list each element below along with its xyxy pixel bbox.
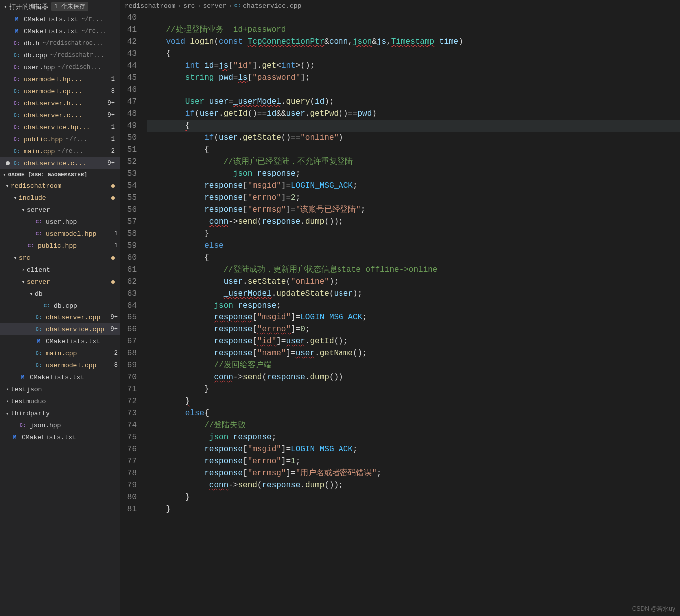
tree-item[interactable]: MCMakelists.txt — [0, 335, 120, 347]
breadcrumb-item[interactable]: server — [203, 2, 226, 10]
open-editor-item[interactable]: MCMakeLists.txt~/r... — [0, 13, 120, 25]
line-number: 40 — [120, 12, 137, 24]
code-line[interactable]: response["msgid"]=LOGIN_MSG_ACK; — [147, 443, 680, 455]
code-line[interactable]: //该用户已经登陆，不允许重复登陆 — [147, 156, 680, 168]
workspace-header[interactable]: ▾ GAOGE [SSH: GAOGEMASTER] — [0, 169, 120, 180]
open-editor-item[interactable]: C:chatservice.c...9+ — [0, 157, 120, 169]
code-line[interactable]: response["errno"]=2; — [147, 192, 680, 204]
code-line[interactable]: } — [147, 228, 680, 240]
tree-item[interactable]: ▾thirdparty — [0, 407, 120, 419]
open-editors-header[interactable]: ▾ 打开的编辑器 1 个未保存 — [0, 0, 120, 13]
tree-label: usermodel.hpp — [46, 230, 96, 238]
code-line[interactable]: else{ — [147, 407, 680, 419]
code-line[interactable]: User user=_userModel.query(id); — [147, 96, 680, 108]
open-editor-item[interactable]: C:main.cpp~/re...2 — [0, 145, 120, 157]
open-editor-item[interactable]: C:db.h~/redischatroo... — [0, 37, 120, 49]
file-type-icon: M — [19, 373, 27, 381]
file-type-icon: C: — [13, 135, 21, 143]
tree-item[interactable]: MCMakelists.txt — [0, 371, 120, 383]
code-line[interactable] — [147, 84, 680, 96]
tree-item[interactable]: MCMakeLists.txt — [0, 431, 120, 443]
breadcrumb-item[interactable]: chatservice.cpp — [243, 2, 301, 10]
tree-item[interactable]: C:chatserver.cpp9+ — [0, 311, 120, 323]
code-line[interactable]: int id=js["id"].get<int>(); — [147, 60, 680, 72]
code-line[interactable]: } — [147, 383, 680, 395]
open-editor-item[interactable]: MCMakelists.txt~/re... — [0, 25, 120, 37]
code-line[interactable]: void login(const TcpConnectionPtr&conn,j… — [147, 36, 680, 48]
line-number: 79 — [120, 479, 137, 491]
code-line[interactable]: } — [147, 491, 680, 503]
open-editor-item[interactable]: C:chatserver.h...9+ — [0, 97, 120, 109]
line-number: 74 — [120, 419, 137, 431]
tree-item[interactable]: ▾include — [0, 192, 120, 204]
breadcrumb[interactable]: redischatroom › src › server › C: chatse… — [120, 0, 680, 12]
code-line[interactable]: //发回给客户端 — [147, 359, 680, 371]
code-line[interactable]: response["errno"]=0; — [147, 323, 680, 335]
code-line[interactable]: //处理登陆业务 id+password — [147, 24, 680, 36]
file-type-icon: M — [35, 337, 43, 345]
code-line[interactable]: if(user.getId()==id&&user.getPwd()==pwd) — [147, 108, 680, 120]
code-line[interactable]: json response; — [147, 431, 680, 443]
open-editor-item[interactable]: C:public.hpp~/r...1 — [0, 133, 120, 145]
tree-item[interactable]: C:main.cpp2 — [0, 347, 120, 359]
code-line[interactable]: } — [147, 503, 680, 515]
chevron-down-icon: ▾ — [4, 3, 7, 10]
code-line[interactable]: response["msgid"]=LOGIN_MSG_ACK; — [147, 180, 680, 192]
code-line[interactable]: response["errmsg"]="用户名或者密码错误"; — [147, 467, 680, 479]
code-line[interactable]: { — [147, 144, 680, 156]
file-type-icon: C: — [35, 349, 43, 357]
code-line[interactable]: conn->send(response.dump()) — [147, 371, 680, 383]
code-line[interactable]: else — [147, 240, 680, 252]
breadcrumb-item[interactable]: redischatroom — [125, 2, 175, 10]
tree-item[interactable]: ▾src — [0, 252, 120, 264]
tree-item[interactable]: ›client — [0, 264, 120, 276]
code-line[interactable]: //登陆成功，更新用户状态信息state offline->online — [147, 264, 680, 276]
code-editor[interactable]: 4041424344454647484950515253545556575859… — [120, 12, 680, 616]
tree-item[interactable]: ›testjson — [0, 383, 120, 395]
tree-item[interactable]: ▾server — [0, 276, 120, 288]
code-line[interactable]: response["errno"]=1; — [147, 455, 680, 467]
code-content[interactable]: //处理登陆业务 id+password void login(const Tc… — [147, 12, 680, 616]
code-line[interactable]: json response; — [147, 168, 680, 180]
file-type-icon: M — [11, 433, 19, 441]
tree-item[interactable]: ▾server — [0, 204, 120, 216]
tree-item[interactable]: C:user.hpp — [0, 216, 120, 228]
tree-item[interactable]: ›testmuduo — [0, 395, 120, 407]
open-editor-item[interactable]: C:user.hpp~/redisch... — [0, 61, 120, 73]
code-line[interactable]: } — [147, 395, 680, 407]
code-line[interactable]: { — [147, 252, 680, 264]
line-gutter: 4041424344454647484950515253545556575859… — [120, 12, 147, 616]
code-line[interactable]: conn->send(response.dump()); — [147, 479, 680, 491]
code-line[interactable]: json response; — [147, 300, 680, 311]
code-line[interactable]: string pwd=ls["password"]; — [147, 72, 680, 84]
code-line[interactable]: response["id"]=user.getId(); — [147, 335, 680, 347]
file-name: usermodel.cp... — [24, 88, 82, 95]
tree-item[interactable]: ▾redischatroom — [0, 180, 120, 192]
code-line[interactable]: { — [147, 120, 680, 132]
code-line[interactable]: user.setState("online"); — [147, 276, 680, 288]
tree-item[interactable]: C:json.hpp — [0, 419, 120, 431]
tree-item[interactable]: C:chatservice.cpp9+ — [0, 323, 120, 335]
open-editor-item[interactable]: C:usermodel.cp...8 — [0, 85, 120, 97]
breadcrumb-item[interactable]: src — [183, 2, 195, 10]
code-line[interactable]: //登陆失败 — [147, 419, 680, 431]
code-line[interactable]: response["msgid"]=LOGIN_MSG_ACK; — [147, 311, 680, 323]
code-line[interactable]: response["errmsg"]="该账号已经登陆"; — [147, 204, 680, 216]
code-line[interactable]: conn->send(response.dump()); — [147, 216, 680, 228]
open-editor-item[interactable]: C:chatservice.hp...1 — [0, 121, 120, 133]
code-line[interactable]: _userModel.updateState(user); — [147, 288, 680, 300]
file-path: ~/r... — [81, 16, 103, 23]
tree-item[interactable]: C:db.cpp — [0, 300, 120, 311]
open-editor-item[interactable]: C:db.cpp~/redischatr... — [0, 49, 120, 61]
code-line[interactable]: { — [147, 48, 680, 60]
tree-item[interactable]: ▾db — [0, 288, 120, 300]
tree-item[interactable]: C:usermodel.hpp1 — [0, 228, 120, 240]
code-line[interactable]: response["name"]=user.getName(); — [147, 347, 680, 359]
tree-item[interactable]: C:usermodel.cpp8 — [0, 359, 120, 371]
code-line[interactable] — [147, 12, 680, 24]
problems-badge: 9+ — [111, 326, 120, 333]
open-editor-item[interactable]: C:usermodel.hp...1 — [0, 73, 120, 85]
tree-item[interactable]: C:public.hpp1 — [0, 240, 120, 252]
open-editor-item[interactable]: C:chatserver.c...9+ — [0, 109, 120, 121]
code-line[interactable]: if(user.getState()=="online") — [147, 132, 680, 144]
